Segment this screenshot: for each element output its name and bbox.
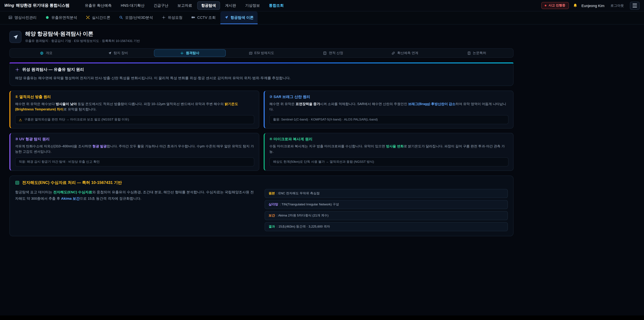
ptab-label: 원격탐사 bbox=[186, 51, 199, 55]
bell-icon[interactable] bbox=[573, 3, 578, 8]
row-label: 삼각망 bbox=[269, 203, 278, 207]
grid-icon bbox=[15, 181, 20, 185]
enc-heading-text: 전자해도(ENC) 수심자료 처리 — 특허 10-1567431 기반 bbox=[22, 180, 122, 186]
sub-navbar: 영상사진관리 유출유면적분석 실시간드론 오염/선박3D분석 위성요청 CCTV… bbox=[0, 12, 644, 25]
warning-icon: ⚠ bbox=[19, 118, 22, 122]
text: 전자해도(ENC) 수심자료 bbox=[53, 190, 92, 194]
plane-icon bbox=[224, 16, 228, 20]
top-navbar: Wing 해양환경 위기대응 통합시스템 유출유 확산예측 HNS·대기확산 긴… bbox=[0, 0, 644, 12]
app-brand: Wing 해양환경 위기대응 통합시스템 bbox=[4, 3, 70, 9]
paper-plane-icon bbox=[10, 31, 22, 43]
card-microwave-radiometer: ④ 마이크로파 복사계 원리 수동 마이크로파 복사계는 지구 방출 마이크로파… bbox=[264, 133, 514, 171]
ptab-diffusion-link[interactable]: 확산예측 연계 bbox=[369, 49, 441, 57]
subtab-label: 실시간드론 bbox=[92, 15, 110, 20]
nav-hns-atmos[interactable]: HNS·대기확산 bbox=[117, 1, 148, 10]
ptab-overview[interactable]: 개요 bbox=[10, 49, 82, 57]
ptab-label: 확산예측 연계 bbox=[397, 51, 418, 55]
row-text: : Akima 2차원 5차다항식 (21개 계수) bbox=[277, 214, 328, 218]
note-text: 활용: Sentinel-1(C-band) · KOMPSAT-5(X-ban… bbox=[273, 118, 378, 122]
wing-logo: Wing bbox=[4, 3, 14, 8]
card-note: ⚠ 구름은 열적외선을 완전 차단 → 마이크로파 보조 필요 (NGSST 융… bbox=[15, 115, 254, 124]
text: 해수면 위 유막은 bbox=[269, 102, 296, 106]
nav-board[interactable]: 게시판 bbox=[221, 1, 240, 10]
ptab-remote-sensing[interactable]: 원격탐사 bbox=[154, 49, 226, 57]
logout-button[interactable]: 로그아웃 bbox=[608, 2, 626, 9]
section-tabbar: 개요 탐지 장비 원격탐사 ESI 방제지도 면적 산정 확산예측 연계 bbox=[10, 48, 514, 58]
text: 석유계 탄화수소에 자외선(310–400nm)을 조사하면 bbox=[15, 144, 92, 148]
tab-satellite-request[interactable]: 위성요청 bbox=[158, 12, 186, 24]
subtab-label: 유출유면적분석 bbox=[51, 15, 77, 20]
nav-aerial-search[interactable]: 항공탐색 bbox=[197, 1, 220, 10]
text: 으로 15초 등간격 격자에 정규화합니다. bbox=[80, 196, 142, 200]
satellite-icon bbox=[162, 16, 166, 20]
globe-icon bbox=[40, 51, 44, 55]
text: 방사율 변화 bbox=[386, 144, 404, 148]
card-title: ① 열적외선 방출 원리 bbox=[15, 95, 254, 100]
enc-bathymetry-panel: 전자해도(ENC) 수심자료 처리 — 특허 10-1567431 기반 항공탐… bbox=[10, 176, 514, 236]
incident-status-label: 사고 진행중 bbox=[548, 3, 565, 8]
text: 수동 마이크로파 복사계는 지구 방출 마이크로파를 수신합니다. 유막이 있으… bbox=[269, 144, 386, 148]
intro-heading-text: 위성 원격탐사 — 유출유 탐지 원리 bbox=[22, 67, 84, 73]
nav-weather[interactable]: 기상정보 bbox=[241, 1, 264, 10]
ptab-papers-patents[interactable]: 논문특허 bbox=[441, 49, 512, 57]
text: Akima 보간 bbox=[61, 196, 80, 200]
card-body: 해수면 위 유막은 해수보다 방사율이 낮아 동일 온도에서도 적외선 방출량이… bbox=[15, 102, 254, 112]
ptab-esi-map[interactable]: ESI 방제지도 bbox=[226, 49, 297, 57]
subtab-label: 영상사진관리 bbox=[14, 15, 36, 20]
user-name: Eunjeong Kim bbox=[582, 4, 604, 8]
satellite-icon bbox=[180, 51, 184, 55]
subtab-label: 항공탐색 이론 bbox=[230, 15, 254, 20]
document-icon bbox=[467, 51, 471, 55]
tab-image-management[interactable]: 영상사진관리 bbox=[4, 12, 40, 24]
app-title: 해양환경 위기대응 통합시스템 bbox=[16, 3, 69, 9]
enc-row-tin: 삼각망 : TIN(Triangulated Irregular Network… bbox=[265, 200, 508, 209]
ptab-area-calculation[interactable]: 면적 산정 bbox=[297, 49, 369, 57]
ptab-label: 개요 bbox=[46, 51, 52, 55]
tab-cctv-view[interactable]: CCTV 조회 bbox=[187, 12, 220, 24]
intro-heading: 위성 원격탐사 — 유출유 탐지 원리 bbox=[15, 67, 508, 73]
main-menu: 유출유 확산예측 HNS·대기확산 긴급구난 보고자료 항공탐색 게시판 기상정… bbox=[81, 1, 288, 10]
bottom-bar bbox=[0, 315, 644, 320]
note-text: 구름은 열적외선을 완전 차단 → 마이크로파 보조 필요 (NGSST 융합 … bbox=[24, 118, 129, 122]
tab-aerial-theory[interactable]: 항공탐색 이론 bbox=[220, 12, 258, 24]
enc-pipeline-rows: 원본 : ENC 전자해도 무작위 측심점 삼각망 : TIN(Triangul… bbox=[265, 189, 508, 231]
card-title: ④ 마이크로파 복사계 원리 bbox=[269, 137, 508, 142]
incident-status-badge[interactable]: 사고 진행중 bbox=[542, 2, 569, 9]
enc-row-interpolation: 보간 : Akima 2차원 5차다항식 (21개 계수) bbox=[265, 211, 508, 220]
page-header-text: 해양 항공탐색·원격탐사 이론 유출유 원격탐지 · 항공감시 기법 · ESI… bbox=[25, 31, 140, 43]
text: 표면장력을 증가 bbox=[296, 102, 320, 106]
ptab-label: 탐지 장비 bbox=[114, 51, 128, 55]
menu-icon[interactable] bbox=[630, 2, 640, 10]
nav-oil-spread[interactable]: 유출유 확산예측 bbox=[81, 1, 116, 10]
nav-rescue[interactable]: 긴급구난 bbox=[150, 1, 172, 10]
nav-integrated-query[interactable]: 통합조회 bbox=[265, 1, 288, 10]
principle-cards: ① 열적외선 방출 원리 해수면 위 유막은 해수보다 방사율이 낮아 동일 온… bbox=[10, 91, 514, 171]
intro-body: 해양 유출유는 해수면에 유막을 형성하여 전자기파 반사·방출·산란 특성을 … bbox=[15, 75, 508, 81]
satellite-icon bbox=[15, 68, 20, 72]
plane-icon bbox=[108, 51, 112, 55]
tab-3d-ship-analysis[interactable]: 오염/선박3D분석 bbox=[115, 12, 157, 24]
enc-heading: 전자해도(ENC) 수심자료 처리 — 특허 10-1567431 기반 bbox=[15, 180, 508, 186]
map-icon bbox=[249, 51, 252, 55]
row-text: : 15초(463m) 등간격 · 3,225,600 격자 bbox=[277, 225, 330, 229]
nav-reports[interactable]: 보고자료 bbox=[174, 1, 196, 10]
text: 로 유막을 탐지합니다. bbox=[64, 108, 96, 111]
link-icon bbox=[392, 51, 395, 55]
text: 형광 발광 bbox=[92, 144, 107, 148]
app-root: Wing 해양환경 위기대응 통합시스템 유출유 확산예측 HNS·대기확산 긴… bbox=[0, 0, 644, 320]
page-subtitle: 유출유 원격탐지 · 항공감시 기법 · ESI 방제정보지도 · 등록특허 1… bbox=[25, 39, 140, 43]
magnifier-3d-icon bbox=[119, 16, 123, 20]
tab-oil-area-analysis[interactable]: 유출유면적분석 bbox=[41, 12, 81, 24]
text: 해수면 위 유막은 해수보다 bbox=[15, 102, 56, 106]
ptab-detection-equipment[interactable]: 탐지 장비 bbox=[82, 49, 154, 57]
tab-realtime-drone[interactable]: 실시간드론 bbox=[82, 12, 114, 24]
text: 항공탐색 표고 데이터는 bbox=[15, 190, 53, 194]
card-uv-fluorescence: ③ UV 형광 탐지 원리 석유계 탄화수소에 자외선(310–400nm)을 … bbox=[10, 133, 259, 171]
card-body: 해수면 위 유막은 표면장력을 증가시켜 소파를 억제합니다. SAR에서 해수… bbox=[269, 102, 508, 112]
page-title: 해양 항공탐색·원격탐사 이론 bbox=[25, 31, 140, 38]
card-title: ② SAR 브래그 산란 원리 bbox=[269, 95, 508, 100]
calculator-icon bbox=[323, 51, 327, 55]
row-label: 결과 bbox=[269, 225, 275, 229]
text: 방사율이 낮아 bbox=[56, 102, 77, 106]
card-body: 석유계 탄화수소에 자외선(310–400nm)을 조사하면 형광 발광합니다.… bbox=[15, 144, 254, 155]
